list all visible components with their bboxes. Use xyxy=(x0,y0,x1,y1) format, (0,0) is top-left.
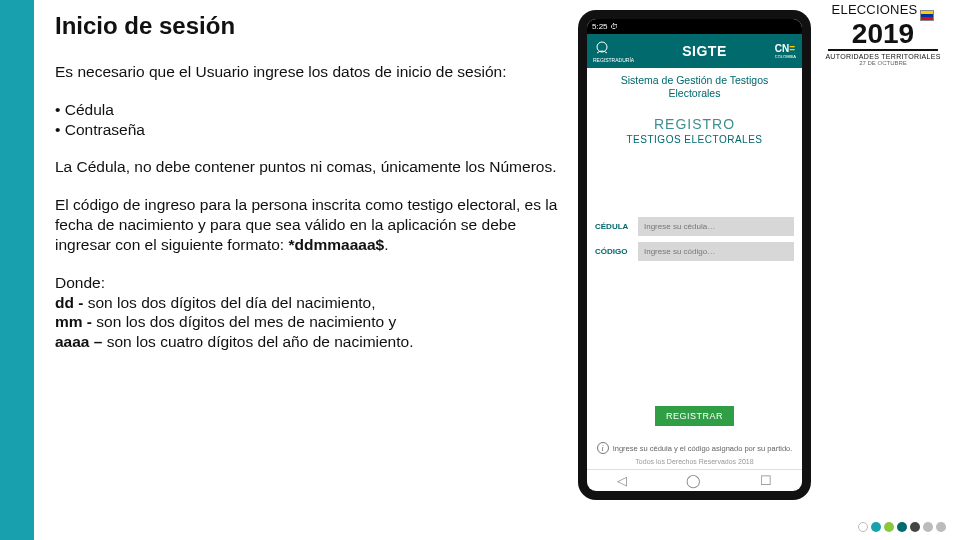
registraduria-logo: REGISTRADURÍA xyxy=(593,40,634,63)
dot xyxy=(884,522,894,532)
dot xyxy=(910,522,920,532)
mm-bold: mm - xyxy=(55,313,92,330)
mm-text: son los dos dígitos del mes de nacimient… xyxy=(92,313,396,330)
android-navbar: ◁ ◯ ☐ xyxy=(587,469,802,491)
bullet-cedula: • Cédula xyxy=(55,100,565,120)
text-content: Inicio de sesión Es necesario que el Usu… xyxy=(55,12,565,352)
cedula-input[interactable]: Ingrese su cédula… xyxy=(638,217,794,236)
bullet-contrasena: • Contraseña xyxy=(55,120,565,140)
cedula-row: CÉDULA Ingrese su cédula… xyxy=(587,217,802,236)
colombia-flag-icon xyxy=(920,10,934,21)
hint-text: Ingrese su cédula y el código asignado p… xyxy=(613,444,793,453)
dot xyxy=(871,522,881,532)
dd-text: son los dos dígitos del día del nacimien… xyxy=(83,294,375,311)
testigos-subheading: TESTIGOS ELECTORALES xyxy=(587,132,802,145)
donde-block: Donde: dd - son los dos dígitos del día … xyxy=(55,273,565,352)
fecha-text: 27 DE OCTUBRE xyxy=(824,60,942,66)
logo-divider xyxy=(828,49,938,51)
screen-footer: Todos los Derechos Reservados 2018 xyxy=(587,454,802,469)
app-bar: REGISTRADURÍA SIGTE CN= COLOMBIA xyxy=(587,34,802,68)
aaaa-bold: aaaa – xyxy=(55,333,102,350)
status-bar: 5:25 ⏱ xyxy=(587,19,802,34)
codigo-note-c: . xyxy=(384,236,388,253)
dot xyxy=(936,522,946,532)
cne-logo: CN= COLOMBIA xyxy=(775,44,796,59)
registro-heading: REGISTRO xyxy=(587,100,802,132)
nav-recent-icon[interactable]: ☐ xyxy=(760,474,772,487)
intro-text: Es necesario que el Usuario ingrese los … xyxy=(55,62,565,82)
elecciones-logo: ELECCIONES 2019 AUTORIDADES TERRITORIALE… xyxy=(824,2,942,66)
phone-screen: 5:25 ⏱ REGISTRADURÍA SIGTE CN= COLOMBIA … xyxy=(587,19,802,491)
autoridades-text: AUTORIDADES TERRITORIALES xyxy=(824,53,942,60)
slide-accent-bar xyxy=(0,0,34,540)
cedula-note: La Cédula, no debe contener puntos ni co… xyxy=(55,157,565,177)
registrar-button[interactable]: REGISTRAR xyxy=(655,406,734,426)
codigo-label: CÓDIGO xyxy=(595,247,633,256)
app-name: SIGTE xyxy=(682,43,727,59)
aaaa-text: son los cuatro dígitos del año de nacimi… xyxy=(102,333,413,350)
codigo-row: CÓDIGO Ingrese su código… xyxy=(587,242,802,261)
dot xyxy=(858,522,868,532)
app-subtitle: Sistema de Gestión de Testigos Electoral… xyxy=(587,68,802,100)
info-icon: i xyxy=(597,442,609,454)
dd-bold: dd - xyxy=(55,294,83,311)
codigo-note: El código de ingreso para la persona ins… xyxy=(55,195,565,254)
nav-back-icon[interactable]: ◁ xyxy=(617,474,627,487)
hint-row: i Ingrese su cédula y el código asignado… xyxy=(587,440,802,454)
nav-home-icon[interactable]: ◯ xyxy=(686,474,701,487)
phone-mockup: 5:25 ⏱ REGISTRADURÍA SIGTE CN= COLOMBIA … xyxy=(578,10,811,500)
elecciones-year: 2019 xyxy=(824,21,942,46)
cedula-label: CÉDULA xyxy=(595,222,633,231)
dot xyxy=(923,522,933,532)
codigo-format: *ddmmaaaa$ xyxy=(288,236,384,253)
slide-dots xyxy=(858,522,946,532)
dot xyxy=(897,522,907,532)
status-time: 5:25 ⏱ xyxy=(592,22,618,31)
bullet-list: • Cédula • Contraseña xyxy=(55,100,565,140)
elecciones-text: ELECCIONES xyxy=(832,2,918,17)
codigo-input[interactable]: Ingrese su código… xyxy=(638,242,794,261)
donde-label: Donde: xyxy=(55,274,105,291)
page-title: Inicio de sesión xyxy=(55,12,565,40)
